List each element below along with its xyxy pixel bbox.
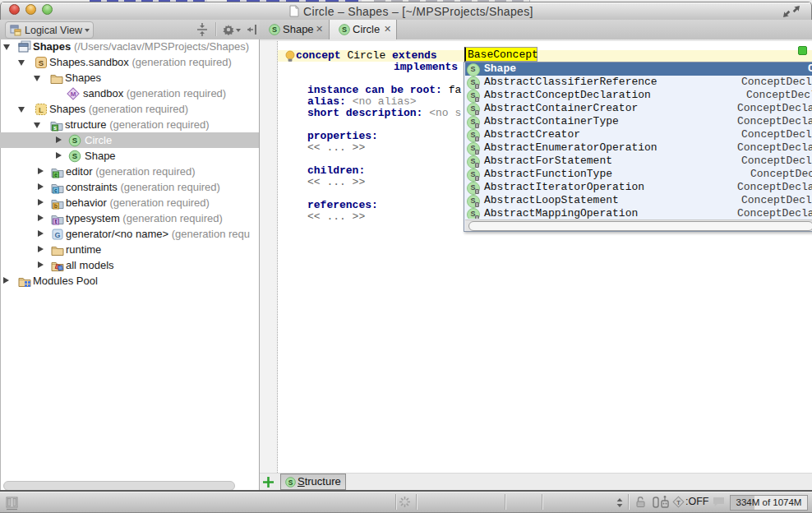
svg-text:G: G — [54, 231, 60, 239]
svg-text:S: S — [272, 25, 277, 34]
svg-text:S: S — [342, 25, 347, 34]
svg-text:S: S — [39, 58, 44, 67]
svg-text:b: b — [54, 203, 58, 209]
svg-text:M: M — [71, 90, 76, 98]
svg-text:s: s — [53, 125, 57, 131]
svg-text:S: S — [288, 478, 293, 486]
svg-text:c: c — [54, 187, 58, 193]
svg-text:T: T — [676, 499, 681, 506]
svg-text:e: e — [54, 172, 58, 178]
svg-text:L: L — [39, 105, 44, 114]
